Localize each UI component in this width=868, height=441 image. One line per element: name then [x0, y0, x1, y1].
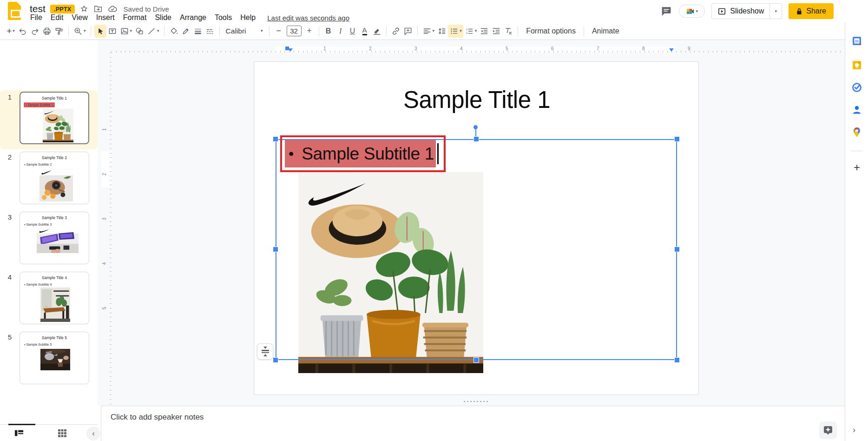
speaker-notes-placeholder[interactable]: Click to add speaker notes [111, 413, 204, 422]
keep-icon[interactable] [851, 60, 862, 71]
insert-shape-button[interactable] [133, 25, 145, 38]
slide-thumbnail-1[interactable]: Sample Title 1 • Sample Subtitle 1 [20, 92, 89, 144]
slides-logo-icon[interactable] [8, 2, 21, 20]
text-options-float-button[interactable] [257, 343, 273, 360]
highlighted-subtitle[interactable]: • Sample Subtitle 1 [285, 140, 436, 167]
menu-item-help[interactable]: Help [236, 12, 260, 23]
grid-view-button[interactable] [58, 429, 67, 437]
speaker-notes-panel[interactable]: Click to add speaker notes [101, 406, 845, 441]
slide-title-text[interactable]: Sample Title 1 [254, 86, 699, 114]
notes-resize-handle[interactable] [463, 400, 489, 403]
menu-item-view[interactable]: View [67, 12, 92, 23]
sidebar-divider [851, 151, 863, 151]
text-box-button[interactable] [106, 25, 118, 38]
slide-thumbnail-row-4[interactable]: 4 Sample Title 4 • Sample Subtitle 4 [0, 270, 98, 329]
increase-indent-button[interactable] [490, 25, 502, 38]
vertical-ruler[interactable]: 1 2 3 4 5 [101, 53, 112, 413]
numbered-list-button[interactable]: 12▾ [463, 25, 479, 38]
slide-thumbnail-3[interactable]: Sample Title 3 • Sample Subtitle 3 [20, 212, 89, 264]
align-button[interactable]: ▾ [421, 25, 436, 38]
line-spacing-button[interactable] [436, 25, 448, 38]
selection-handle-ne[interactable] [675, 137, 679, 141]
slide-thumbnail-row-3[interactable]: 3 Sample Title 3 • Sample Subtitle 3 [0, 210, 98, 269]
saved-status[interactable]: Saved to Drive [123, 5, 169, 13]
bulleted-list-button[interactable]: ▾ [448, 25, 463, 38]
comments-button[interactable] [660, 6, 672, 17]
redo-button[interactable] [29, 25, 41, 38]
undo-button[interactable] [17, 25, 29, 38]
calendar-icon[interactable]: 31 [851, 35, 862, 47]
rotation-handle[interactable] [473, 125, 478, 129]
left-indent-marker[interactable] [288, 48, 293, 52]
border-weight-button[interactable] [192, 25, 204, 38]
paint-format-button[interactable] [53, 25, 65, 38]
toolbar: +▾ ▾ ▾ ▾ Calibri▾ − 32 + B I U A ▾ [0, 22, 868, 40]
thumb-subtitle: • Sample Subtitle 4 [24, 283, 52, 286]
filmstrip-view-button[interactable] [14, 428, 24, 438]
insert-line-button[interactable]: ▾ [145, 25, 161, 38]
underline-button[interactable]: U [347, 25, 359, 38]
menu-item-slide[interactable]: Slide [151, 12, 176, 23]
decrease-indent-button[interactable] [478, 25, 490, 38]
selection-handle-s[interactable] [474, 358, 479, 362]
slide-thumbnail-4[interactable]: Sample Title 4 • Sample Subtitle 4 [20, 272, 89, 324]
slide-thumbnail-2[interactable]: Sample Title 2 • Sample Subtitle 2 [20, 152, 89, 204]
format-options-button[interactable]: Format options [521, 25, 580, 37]
font-size-input[interactable]: 32 [287, 26, 302, 36]
menu-item-file[interactable]: File [26, 12, 46, 23]
animate-button[interactable]: Animate [587, 25, 624, 37]
clear-formatting-button[interactable] [502, 25, 514, 38]
maps-icon[interactable] [851, 127, 862, 138]
selection-handle-sw[interactable] [273, 358, 278, 362]
selection-handle-nw[interactable] [273, 137, 278, 141]
explore-button[interactable] [819, 421, 837, 439]
insert-link-button[interactable] [390, 25, 402, 38]
font-size-decrease-button[interactable]: − [273, 25, 285, 38]
italic-button[interactable]: I [335, 25, 347, 38]
print-button[interactable] [41, 25, 53, 38]
meet-button[interactable]: ▾ [679, 5, 705, 18]
border-color-button[interactable] [180, 25, 192, 38]
menu-item-insert[interactable]: Insert [92, 12, 119, 23]
right-indent-marker[interactable] [669, 48, 674, 52]
add-comment-button[interactable] [402, 25, 414, 38]
menu-item-format[interactable]: Format [119, 12, 151, 23]
contacts-icon[interactable] [851, 104, 862, 115]
thumb-subtitle: • Sample Subtitle 2 [24, 163, 52, 166]
slide-thumbnail-row-1[interactable]: 1 Sample Title 1 • Sample Subtitle 1 [0, 90, 98, 149]
menu-item-edit[interactable]: Edit [46, 12, 68, 23]
thumb-subtitle: • Sample Subtitle 5 [24, 343, 52, 346]
new-slide-button[interactable]: +▾ [5, 25, 17, 38]
text-color-button[interactable]: A [359, 25, 371, 38]
tasks-icon[interactable] [851, 82, 862, 93]
share-button[interactable]: Share [789, 3, 834, 19]
selection-handle-n[interactable] [474, 137, 479, 141]
selection-handle-w[interactable] [273, 247, 278, 252]
slideshow-button[interactable]: Slideshow ▾ [711, 3, 782, 19]
subtitle-text-box[interactable]: • Sample Subtitle 1 [280, 135, 446, 172]
menu-item-tools[interactable]: Tools [210, 12, 236, 23]
select-tool-button[interactable] [94, 25, 106, 38]
expand-sidepanel-button[interactable]: › [853, 425, 855, 435]
menu-item-arrange[interactable]: Arrange [176, 12, 210, 23]
fill-color-button[interactable] [168, 25, 180, 38]
collapse-filmstrip-button[interactable]: ‹ [86, 427, 100, 441]
horizontal-ruler[interactable]: 1 2 3 4 5 6 7 8 9 [112, 47, 842, 53]
bold-button[interactable]: B [322, 25, 335, 38]
slideshow-dropdown-caret[interactable]: ▾ [769, 3, 782, 19]
content-placeholder-selection[interactable] [276, 139, 677, 360]
font-family-select[interactable]: Calibri▾ [223, 27, 266, 35]
selection-handle-e[interactable] [675, 247, 679, 252]
slide-thumbnail-5[interactable]: Sample Title 5 • Sample Subtitle 5 [20, 332, 89, 384]
slide-page[interactable]: Sample Title 1 [254, 61, 699, 395]
border-dash-button[interactable] [204, 25, 216, 38]
insert-image-button[interactable]: ▾ [118, 25, 134, 38]
get-addons-button[interactable]: + [851, 162, 862, 173]
zoom-button[interactable]: ▾ [72, 25, 87, 38]
font-size-increase-button[interactable]: + [303, 25, 316, 38]
selection-handle-se[interactable] [675, 358, 679, 362]
last-edit-link[interactable]: Last edit was seconds ago [267, 14, 349, 22]
slide-thumbnail-row-5[interactable]: 5 Sample Title 5 • Sample Subtitle 5 [0, 330, 98, 389]
slide-thumbnail-row-2[interactable]: 2 Sample Title 2 • Sample Subtitle 2 [0, 150, 98, 209]
highlight-color-button[interactable] [371, 25, 383, 38]
